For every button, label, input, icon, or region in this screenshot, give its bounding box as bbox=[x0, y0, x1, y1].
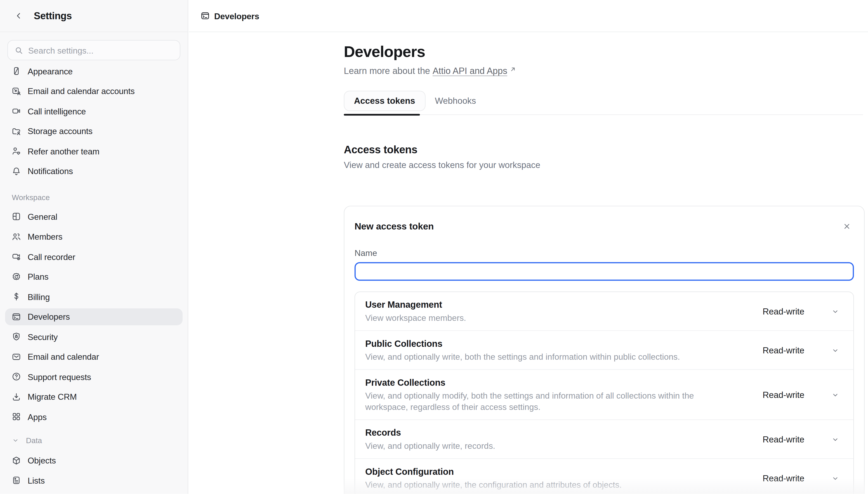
permission-access-value: Read-write bbox=[763, 390, 804, 400]
sidebar-item-migrate-crm[interactable]: Migrate CRM bbox=[5, 388, 182, 405]
tab-webhooks[interactable]: Webhooks bbox=[425, 91, 486, 111]
token-name-input[interactable] bbox=[354, 262, 854, 281]
sidebar-item-call-recorder[interactable]: Call recorder bbox=[5, 248, 182, 265]
name-field-label: Name bbox=[354, 248, 854, 258]
sidebar-item-call-intelligence[interactable]: Call intelligence bbox=[5, 103, 182, 120]
permission-access-select[interactable]: Read-write bbox=[763, 306, 839, 317]
chevron-down-icon bbox=[831, 391, 839, 399]
sidebar-item-lists[interactable]: Lists bbox=[5, 472, 182, 489]
search-input[interactable] bbox=[28, 45, 173, 55]
sidebar-header: Settings bbox=[0, 0, 188, 32]
settings-search[interactable] bbox=[7, 40, 180, 60]
camera-gear-icon bbox=[12, 252, 21, 261]
sidebar-item-label: Security bbox=[27, 332, 58, 341]
tab-bar: Access tokens Webhooks bbox=[344, 91, 868, 111]
sidebar-item-label: Members bbox=[27, 232, 62, 241]
sidebar-item-label: Appearance bbox=[27, 66, 73, 76]
sidebar-item-import-history[interactable]: Import history bbox=[5, 492, 182, 494]
dialog-title: New access token bbox=[354, 221, 433, 231]
main-panel: Developers Developers Learn more about t… bbox=[189, 0, 868, 494]
page-title: Developers bbox=[344, 43, 868, 61]
permission-access-select[interactable]: Read-write bbox=[763, 390, 839, 400]
permission-info: Records View, and optionally write, reco… bbox=[365, 427, 495, 452]
back-button[interactable] bbox=[12, 9, 25, 23]
sidebar-item-apps[interactable]: Apps bbox=[5, 408, 182, 425]
window-grid-icon bbox=[12, 212, 21, 221]
terminal-icon bbox=[12, 312, 21, 321]
permission-row-user-management: User Management View workspace members. … bbox=[355, 292, 853, 330]
sidebar-item-refer-team[interactable]: Refer another team bbox=[5, 142, 182, 160]
list-card-icon bbox=[12, 476, 21, 485]
page-subtitle: Learn more about the Attio API and Apps bbox=[344, 66, 868, 76]
permission-info: User Management View workspace members. bbox=[365, 299, 466, 324]
permission-info: Public Collections View, and optionally … bbox=[365, 338, 680, 362]
appearance-icon bbox=[12, 67, 21, 76]
sidebar-item-developers[interactable]: Developers bbox=[5, 308, 182, 325]
permission-name: Private Collections bbox=[365, 377, 703, 388]
settings-sidebar: Settings Appearance Email and calendar a… bbox=[0, 0, 188, 494]
shield-lock-icon bbox=[12, 332, 21, 341]
permission-info: Object Configuration View, and optionall… bbox=[365, 466, 622, 490]
permission-info: Private Collections View, and optionally… bbox=[365, 377, 703, 413]
question-circle-icon bbox=[12, 372, 21, 381]
sidebar-section-data[interactable]: Data bbox=[5, 435, 182, 446]
new-access-token-dialog: New access token Name User Management Vi… bbox=[344, 206, 865, 494]
permission-access-value: Read-write bbox=[763, 306, 804, 317]
chevron-down-icon bbox=[831, 346, 839, 354]
sidebar-item-label: Lists bbox=[27, 476, 45, 485]
sidebar-item-email-accounts[interactable]: Email and calendar accounts bbox=[5, 82, 182, 100]
sidebar-item-label: Call intelligence bbox=[27, 107, 86, 116]
main-header: Developers bbox=[189, 0, 868, 32]
permission-access-value: Read-write bbox=[763, 434, 804, 444]
arrow-up-right-icon bbox=[509, 66, 516, 73]
permission-description: View, and optionally write, both the set… bbox=[365, 351, 680, 362]
dollar-icon bbox=[12, 292, 21, 301]
sidebar-item-general[interactable]: General bbox=[5, 208, 182, 225]
sidebar-item-email-calendar[interactable]: Email and calendar bbox=[5, 348, 182, 365]
person-heart-icon bbox=[12, 147, 21, 156]
sidebar-item-members[interactable]: Members bbox=[5, 228, 182, 245]
sidebar-item-label: Call recorder bbox=[27, 252, 75, 261]
chevron-down-icon bbox=[12, 437, 19, 444]
envelope-icon bbox=[12, 352, 21, 361]
permission-name: Public Collections bbox=[365, 338, 680, 349]
cube-icon bbox=[12, 456, 21, 465]
bell-icon bbox=[12, 167, 21, 176]
permission-description: View, and optionally modify, both the se… bbox=[365, 390, 703, 413]
permission-description: View workspace members. bbox=[365, 312, 466, 324]
permission-row-private-collections: Private Collections View, and optionally… bbox=[355, 369, 853, 419]
permission-access-value: Read-write bbox=[763, 345, 804, 356]
sidebar-item-plans[interactable]: Plans bbox=[5, 268, 182, 285]
sidebar-item-notifications[interactable]: Notifications bbox=[5, 163, 182, 180]
chevron-left-icon bbox=[14, 11, 23, 20]
permission-row-object-configuration: Object Configuration View, and optionall… bbox=[355, 458, 853, 494]
sidebar-item-storage-accounts[interactable]: Storage accounts bbox=[5, 122, 182, 140]
sidebar-item-label: Plans bbox=[27, 272, 49, 281]
permission-access-select[interactable]: Read-write bbox=[763, 473, 839, 483]
search-icon bbox=[15, 46, 23, 54]
tab-access-tokens[interactable]: Access tokens bbox=[344, 91, 425, 111]
sidebar-item-objects[interactable]: Objects bbox=[5, 452, 182, 469]
api-docs-link[interactable]: Attio API and Apps bbox=[433, 66, 507, 76]
permission-access-select[interactable]: Read-write bbox=[763, 345, 839, 356]
dialog-header: New access token bbox=[354, 218, 854, 233]
sidebar-item-appearance[interactable]: Appearance bbox=[5, 63, 182, 80]
sidebar-item-label: Email and calendar bbox=[27, 352, 99, 362]
permission-name: User Management bbox=[365, 299, 466, 311]
sidebar-item-support-requests[interactable]: Support requests bbox=[5, 368, 182, 385]
tab-underline bbox=[344, 114, 863, 116]
circular-arrow-icon bbox=[12, 272, 21, 281]
sidebar-item-security[interactable]: Security bbox=[5, 328, 182, 345]
sidebar-item-label: Objects bbox=[27, 456, 56, 465]
close-button[interactable] bbox=[839, 218, 854, 233]
sidebar-item-label: Storage accounts bbox=[27, 126, 93, 136]
folder-user-icon bbox=[12, 127, 21, 136]
sidebar-item-label: Refer another team bbox=[27, 147, 99, 156]
sidebar-item-label: Apps bbox=[27, 412, 46, 421]
sidebar-item-label: Notifications bbox=[27, 166, 73, 176]
video-camera-icon bbox=[12, 107, 21, 116]
permission-access-select[interactable]: Read-write bbox=[763, 434, 839, 444]
sidebar-item-billing[interactable]: Billing bbox=[5, 288, 182, 305]
subtitle-text: Learn more about the bbox=[344, 66, 430, 76]
active-tab-indicator bbox=[344, 114, 420, 115]
